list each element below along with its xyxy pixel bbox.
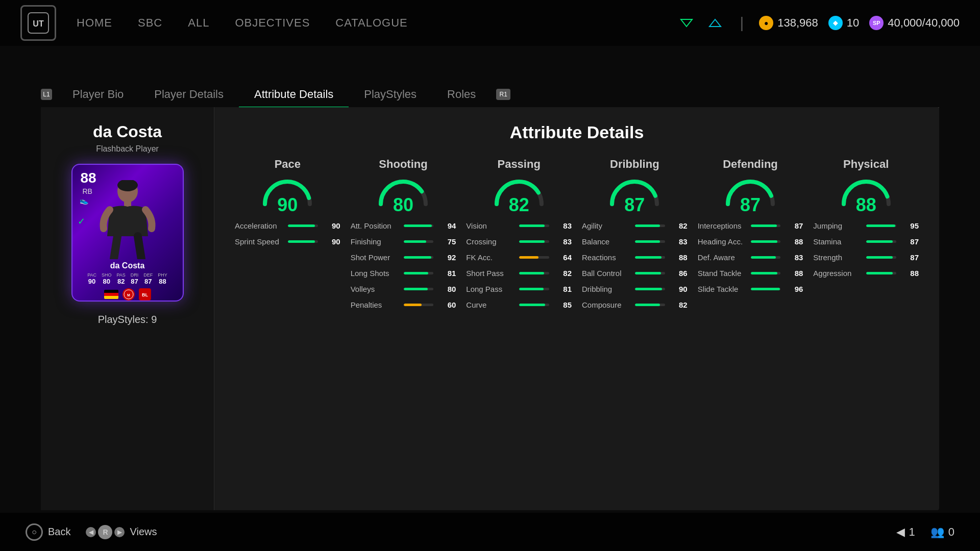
stat-bar-container [635,288,665,290]
stat-bar [519,272,544,274]
tab-playstyles[interactable]: PlayStyles [349,82,432,107]
gauge-5: 88 [838,176,894,214]
r1-label: R1 [496,89,510,100]
category-label-4: Defending [723,158,778,171]
tab-roles[interactable]: Roles [432,82,491,107]
gauge-value-5: 88 [856,196,876,214]
back-button[interactable]: ○ Back [26,523,70,541]
stat-bar [519,256,538,259]
stat-row: Crossing83 [466,237,572,246]
stat-bar [404,272,428,274]
stat-row: Sprint Speed90 [235,237,340,246]
tab-bar: L1 Player Bio Player Details Attribute D… [41,82,939,108]
stat-bar [751,272,777,274]
views-button[interactable]: ◀ R ▶ Views [86,525,157,539]
stat-name: Finishing [351,237,397,246]
stat-name: Penalties [351,300,397,309]
stat-name: Agility [582,221,628,230]
stat-value: 88 [788,237,803,246]
nav-all[interactable]: ALL [188,16,209,30]
stat-bar [404,224,432,227]
nav-items: HOME SBC ALL OBJECTIVES CATALOGUE [77,16,677,30]
player-panel: da Costa Flashback Player 88 RB 👟 ✓ [41,107,214,510]
card-flags: M BL [104,288,151,300]
stat-value: 82 [672,221,688,230]
bottom-bar: ○ Back ◀ R ▶ Views ◀ 1 👥 0 [0,513,980,551]
stat-value: 83 [672,237,688,246]
gauge-0: 90 [259,176,315,214]
gauge-value-0: 90 [277,196,298,214]
stat-name: Aggression [813,269,859,278]
player-card: 88 RB 👟 ✓ [71,164,184,302]
stat-bar-container [404,288,434,290]
nav-sbc[interactable]: SBC [138,16,162,30]
stat-bar-container [519,224,549,227]
stat-value: 85 [556,300,572,309]
nav-objectives[interactable]: OBJECTIVES [235,16,310,30]
stat-name: Shot Power [351,253,397,262]
stat-name: Curve [466,300,512,309]
stat-bar-container [751,224,781,227]
stat-bar [519,224,544,227]
stat-bar-container [519,288,549,290]
stat-name: Reactions [582,253,628,262]
stat-name: Strength [813,253,859,262]
player-name: da Costa [93,122,162,141]
nav-home[interactable]: HOME [77,16,112,30]
tab-attribute-details[interactable]: Attribute Details [239,82,349,107]
stat-bar [404,304,422,306]
stats-list-4: Interceptions87Heading Acc.88Def. Aware8… [698,221,803,293]
category-label-3: Dribbling [610,158,659,171]
triangle-down-icon[interactable] [677,14,696,32]
stat-bar-container [866,224,896,227]
player-image-area [84,180,171,259]
stat-value: 87 [788,221,803,230]
categories-row: Pace90Acceleration90Sprint Speed90Shooti… [235,158,919,309]
stat-value: 90 [325,237,340,246]
stat-value: 80 [440,285,456,293]
page-arrow-left: ◀ [896,525,905,539]
stat-name: Heading Acc. [698,237,744,246]
playstyles-count: PlayStyles: 9 [98,314,157,325]
stat-name: Jumping [813,221,859,230]
gauge-value-3: 87 [624,196,645,214]
stat-row: Interceptions87 [698,221,803,230]
stat-bar-container [519,240,549,243]
diamonds-value: 10 [847,16,859,30]
stat-bar [288,240,315,243]
arrow-right-icon: ▶ [114,527,125,537]
stat-value: 83 [556,237,572,246]
stat-value: 81 [440,269,456,278]
stats-list-2: Vision83Crossing83FK Acc.64Short Pass82L… [466,221,572,309]
category-label-1: Shooting [379,158,427,171]
category-col-defending: Defending87Interceptions87Heading Acc.88… [698,158,803,309]
stat-bar [404,256,432,259]
coins-value: 138,968 [777,16,818,30]
page-val: 1 [909,525,915,539]
triangle-up-icon[interactable] [706,14,724,32]
tab-player-bio[interactable]: Player Bio [57,82,139,107]
bottom-right: ◀ 1 👥 0 [896,525,955,539]
category-col-physical: Physical88Jumping95Stamina87Strength87Ag… [813,158,919,309]
gauge-value-1: 80 [393,196,413,214]
stat-value: 87 [903,237,919,246]
main-content: da Costa Flashback Player 88 RB 👟 ✓ [41,107,939,510]
stat-name: FK Acc. [466,253,512,262]
stat-bar [866,240,893,243]
sp-block: SP 40,000/40,000 [869,16,960,30]
tab-player-details[interactable]: Player Details [139,82,239,107]
stat-bar-container [635,272,665,274]
gauge-4: 87 [722,176,778,214]
stat-row: Dribbling90 [582,285,688,293]
svg-marker-3 [709,19,721,27]
stats-list-5: Jumping95Stamina87Strength87Aggression88 [813,221,919,278]
stat-bar-container [635,256,665,259]
card-stat-sho: SHO 80 [102,272,112,285]
stat-bar [751,288,780,290]
stat-bar-container [519,272,549,274]
top-nav: UT HOME SBC ALL OBJECTIVES CATALOGUE | ●… [0,0,980,46]
stat-name: Short Pass [466,269,512,278]
stat-bar-container [519,304,549,306]
user-val: 0 [948,525,954,539]
nav-catalogue[interactable]: CATALOGUE [335,16,407,30]
